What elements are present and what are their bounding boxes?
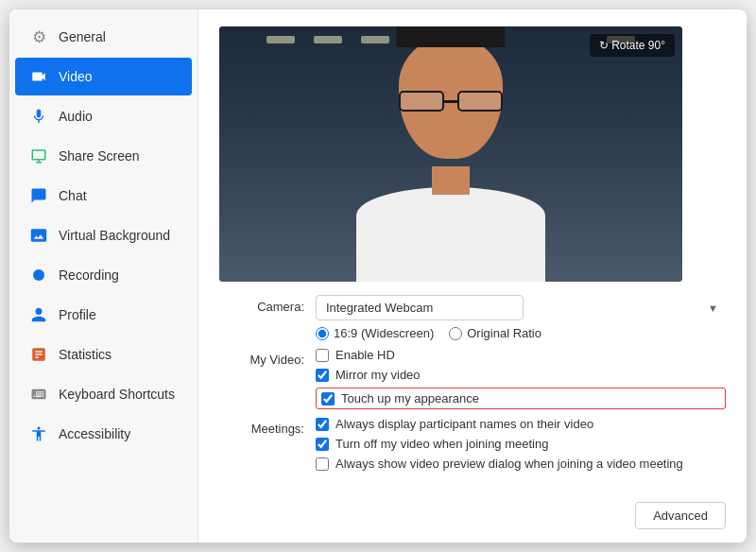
meeting-option2-text: Turn off my video when joining meeting xyxy=(335,437,548,451)
meeting-option1-label[interactable]: Always display participant names on thei… xyxy=(316,417,726,431)
touch-up-label: Touch up my appearance xyxy=(341,391,479,405)
sidebar-label-general: General xyxy=(59,29,106,44)
mirror-video-checkbox-label[interactable]: Mirror my video xyxy=(316,368,726,382)
meeting-option3-text: Always show video preview dialog when jo… xyxy=(335,457,683,471)
sidebar-item-profile[interactable]: Profile xyxy=(15,296,192,334)
mirror-video-checkbox[interactable] xyxy=(316,369,329,382)
chevron-down-icon: ▼ xyxy=(708,302,718,314)
keyboard-icon xyxy=(28,384,49,405)
widescreen-radio[interactable] xyxy=(316,327,329,340)
sidebar-label-audio: Audio xyxy=(59,109,93,124)
sidebar-item-general[interactable]: ⚙ General xyxy=(15,18,192,56)
sidebar-item-video[interactable]: Video xyxy=(15,58,192,95)
sidebar-label-keyboard-shortcuts: Keyboard Shortcuts xyxy=(59,387,175,402)
sidebar-item-virtual-background[interactable]: Virtual Background xyxy=(15,216,192,254)
ratio-row: 16:9 (Widescreen) Original Ratio xyxy=(316,326,726,340)
sidebar-item-chat[interactable]: Chat xyxy=(15,177,192,215)
my-video-controls: Enable HD Mirror my video Touch up my ap… xyxy=(316,348,726,409)
sidebar-label-accessibility: Accessibility xyxy=(59,426,130,441)
sidebar: ⚙ General Video Audio xyxy=(9,9,198,543)
camera-label: Camera: xyxy=(219,295,304,314)
my-video-setting-row: My Video: Enable HD Mirror my video Touc… xyxy=(219,348,726,409)
sidebar-item-keyboard-shortcuts[interactable]: Keyboard Shortcuts xyxy=(15,375,192,413)
settings-window: ⚙ General Video Audio xyxy=(9,9,747,543)
sidebar-item-statistics[interactable]: Statistics xyxy=(15,336,192,373)
audio-icon xyxy=(28,106,49,127)
sidebar-item-accessibility[interactable]: Accessibility xyxy=(15,415,192,453)
meetings-setting-row: Meetings: Always display participant nam… xyxy=(219,417,726,471)
camera-preview: ↻ Rotate 90° xyxy=(219,26,682,282)
enable-hd-checkbox[interactable] xyxy=(316,349,329,362)
meeting-option1-checkbox[interactable] xyxy=(316,418,329,431)
sidebar-label-video: Video xyxy=(59,69,93,84)
meeting-option2-checkbox[interactable] xyxy=(316,438,329,451)
touch-up-checkbox-label[interactable]: Touch up my appearance xyxy=(316,388,726,409)
sidebar-item-recording[interactable]: Recording xyxy=(15,256,192,294)
camera-controls: Integrated Webcam ▼ 16:9 (Widescreen) Or… xyxy=(316,295,726,340)
widescreen-radio-label[interactable]: 16:9 (Widescreen) xyxy=(316,326,434,340)
my-video-label: My Video: xyxy=(219,348,304,367)
advanced-button[interactable]: Advanced xyxy=(635,502,726,529)
touch-up-checkbox[interactable] xyxy=(321,392,335,405)
rotate-button[interactable]: ↻ Rotate 90° xyxy=(590,34,675,57)
chat-icon xyxy=(28,185,49,206)
sidebar-label-virtual-background: Virtual Background xyxy=(59,228,170,243)
meeting-option2-label[interactable]: Turn off my video when joining meeting xyxy=(316,437,726,451)
svg-point-0 xyxy=(33,269,44,281)
original-ratio-radio-label[interactable]: Original Ratio xyxy=(449,326,541,340)
meeting-option3-label[interactable]: Always show video preview dialog when jo… xyxy=(316,457,726,471)
camera-select[interactable]: Integrated Webcam xyxy=(316,295,524,320)
enable-hd-checkbox-label[interactable]: Enable HD xyxy=(316,348,726,362)
sidebar-label-recording: Recording xyxy=(59,267,119,283)
gear-icon: ⚙ xyxy=(28,26,49,47)
accessibility-icon xyxy=(28,423,49,444)
sidebar-item-share-screen[interactable]: Share Screen xyxy=(15,137,192,175)
meeting-option3-checkbox[interactable] xyxy=(316,457,329,471)
statistics-icon xyxy=(28,344,49,365)
profile-icon xyxy=(28,304,49,325)
camera-setting-row: Camera: Integrated Webcam ▼ 16:9 (Widesc… xyxy=(219,295,726,340)
virtual-background-icon xyxy=(28,225,49,246)
meetings-label: Meetings: xyxy=(219,417,304,436)
share-screen-icon xyxy=(28,146,49,166)
meeting-option1-text: Always display participant names on thei… xyxy=(335,417,593,431)
main-content: ↻ Rotate 90° Camera: Integrated Webcam ▼ xyxy=(198,9,747,543)
sidebar-item-audio[interactable]: Audio xyxy=(15,97,192,135)
settings-area: Camera: Integrated Webcam ▼ 16:9 (Widesc… xyxy=(219,295,726,471)
sidebar-label-share-screen: Share Screen xyxy=(59,148,140,164)
mirror-video-label: Mirror my video xyxy=(335,368,421,382)
original-ratio-radio[interactable] xyxy=(449,327,462,340)
widescreen-label: 16:9 (Widescreen) xyxy=(334,326,434,340)
sidebar-label-profile: Profile xyxy=(59,307,96,322)
meetings-controls: Always display participant names on thei… xyxy=(316,417,726,471)
sidebar-label-chat: Chat xyxy=(59,188,87,203)
enable-hd-label: Enable HD xyxy=(335,348,395,362)
recording-icon xyxy=(28,265,49,285)
camera-select-wrapper: Integrated Webcam ▼ xyxy=(316,295,726,320)
original-ratio-label: Original Ratio xyxy=(467,326,541,340)
video-icon xyxy=(28,66,49,87)
sidebar-label-statistics: Statistics xyxy=(59,347,112,362)
